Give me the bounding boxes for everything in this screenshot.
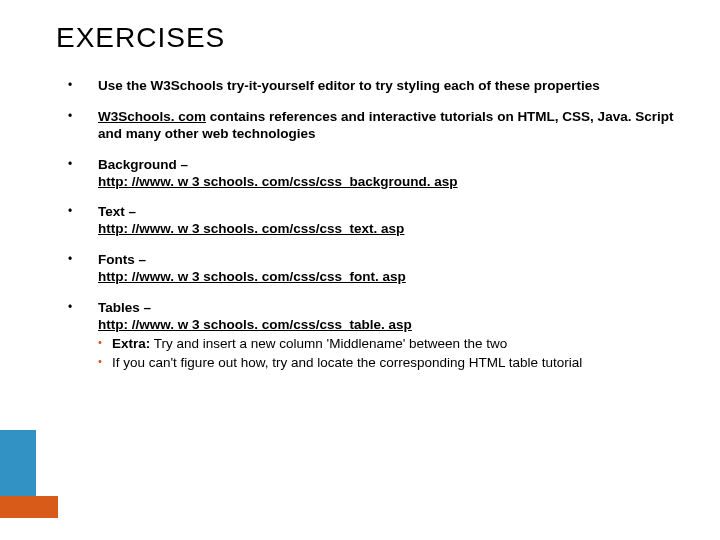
bullet-item: W3Schools. com contains references and i…	[68, 109, 680, 143]
sub-bullet-list: Extra: Try and insert a new column 'Midd…	[98, 336, 680, 372]
sub-bullet-item: Extra: Try and insert a new column 'Midd…	[98, 336, 680, 353]
extra-label: Extra:	[112, 336, 150, 351]
link-url[interactable]: http: //www. w 3 schools. com/css/css_te…	[98, 221, 404, 236]
bullet-item: Use the W3Schools try-it-yourself editor…	[68, 78, 680, 95]
slide-body: Use the W3Schools try-it-yourself editor…	[68, 78, 680, 385]
link-url[interactable]: http: //www. w 3 schools. com/css/css_ta…	[98, 317, 412, 332]
bullet-text: Use the W3Schools try-it-yourself editor…	[98, 78, 600, 93]
bullet-item: Text – http: //www. w 3 schools. com/css…	[68, 204, 680, 238]
decorative-ribbon	[0, 430, 36, 518]
link-label: Fonts –	[98, 252, 146, 267]
bullet-list: Use the W3Schools try-it-yourself editor…	[68, 78, 680, 371]
link-label: Background –	[98, 157, 188, 172]
sub-bullet-item: If you can't figure out how, try and loc…	[98, 355, 680, 372]
link-label: Tables –	[98, 300, 151, 315]
text: Try and insert a new column 'Middlename'…	[150, 336, 507, 351]
bullet-item: Fonts – http: //www. w 3 schools. com/cs…	[68, 252, 680, 286]
link-label: Text –	[98, 204, 136, 219]
bullet-item: Background – http: //www. w 3 schools. c…	[68, 157, 680, 191]
text: If you can't figure out how, try and loc…	[112, 355, 582, 370]
slide-title: EXERCISES	[56, 22, 225, 54]
bullet-text: W3Schools. com contains references and i…	[98, 109, 673, 141]
site-name: W3Schools. com	[98, 109, 206, 124]
link-url[interactable]: http: //www. w 3 schools. com/css/css_fo…	[98, 269, 406, 284]
bullet-item: Tables – http: //www. w 3 schools. com/c…	[68, 300, 680, 372]
link-url[interactable]: http: //www. w 3 schools. com/css/css_ba…	[98, 174, 458, 189]
